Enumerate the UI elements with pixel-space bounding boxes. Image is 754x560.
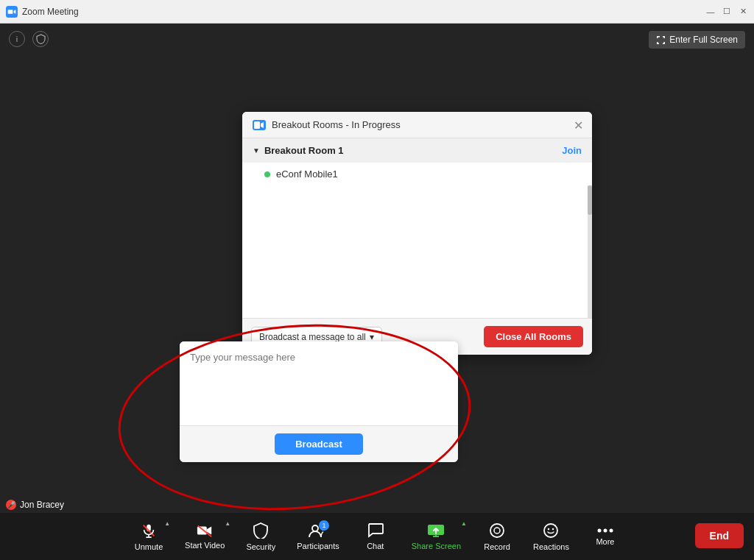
security-label: Security xyxy=(246,542,275,551)
participant-row: eConf Mobile1 xyxy=(242,163,592,185)
more-icon xyxy=(597,528,613,534)
share-screen-button[interactable]: ▲ Share Screen xyxy=(401,513,471,560)
svg-point-8 xyxy=(312,525,318,531)
fullscreen-button[interactable]: Enter Full Screen xyxy=(649,31,745,49)
unmute-label: Unmute xyxy=(135,542,163,551)
broadcast-footer: Broadcast xyxy=(180,425,458,462)
unmute-chevron-icon[interactable]: ▲ xyxy=(164,520,170,527)
svg-point-11 xyxy=(490,524,504,537)
unmute-button[interactable]: ▲ Unmute xyxy=(123,513,175,560)
breakout-title: Breakout Rooms - In Progress xyxy=(272,119,401,130)
broadcast-message-panel: Broadcast xyxy=(180,341,458,462)
svg-rect-1 xyxy=(254,121,260,129)
room-name: Breakout Room 1 xyxy=(264,145,344,156)
end-button[interactable]: End xyxy=(695,523,744,548)
video-chevron-icon[interactable]: ▲ xyxy=(225,520,230,527)
shield-icon[interactable] xyxy=(32,31,49,47)
breakout-panel-header: Breakout Rooms - In Progress ✕ xyxy=(242,112,592,138)
scrollbar-track[interactable] xyxy=(588,185,592,318)
share-screen-chevron-icon[interactable]: ▲ xyxy=(461,520,467,527)
reactions-icon xyxy=(543,522,559,539)
user-mic-muted-icon: 🎤 xyxy=(6,500,16,510)
more-label: More xyxy=(596,537,614,546)
svg-point-18 xyxy=(609,528,613,532)
svg-point-14 xyxy=(548,528,549,529)
fullscreen-icon xyxy=(656,35,666,45)
close-button[interactable]: ✕ xyxy=(738,7,748,17)
start-video-label: Start Video xyxy=(185,541,225,550)
svg-point-12 xyxy=(494,528,500,534)
main-area: i Enter Full Screen Breakout Rooms - In … xyxy=(0,24,754,560)
more-button[interactable]: More xyxy=(579,513,631,560)
chat-button[interactable]: Chat xyxy=(350,513,401,560)
reactions-label: Reactions xyxy=(533,542,569,551)
participant-name: eConf Mobile1 xyxy=(276,169,338,180)
user-name-label: 🎤 Jon Bracey xyxy=(6,500,64,510)
minimize-button[interactable]: — xyxy=(705,7,716,17)
participant-status-dot xyxy=(264,171,270,177)
info-icon[interactable]: i xyxy=(9,31,25,47)
record-button[interactable]: Record xyxy=(471,513,523,560)
svg-point-15 xyxy=(552,528,554,529)
start-video-button[interactable]: ▲ Start Video xyxy=(175,513,235,560)
chat-label: Chat xyxy=(367,542,384,550)
svg-point-16 xyxy=(597,528,601,532)
breakout-content-area xyxy=(242,185,592,318)
app-title: Zoom Meeting xyxy=(22,7,705,17)
breakout-room-row: ▼ Breakout Room 1 Join xyxy=(242,138,592,163)
breakout-room-left: ▼ Breakout Room 1 xyxy=(253,145,344,156)
join-button[interactable]: Join xyxy=(562,145,582,156)
security-shield-icon xyxy=(253,522,268,539)
zoom-logo-icon xyxy=(6,6,18,18)
breakout-zoom-icon xyxy=(253,120,266,130)
record-icon xyxy=(489,522,505,539)
chat-icon xyxy=(367,523,384,538)
reactions-button[interactable]: Reactions xyxy=(523,513,579,560)
participants-button[interactable]: 1 Participants xyxy=(286,513,349,560)
breakout-close-button[interactable]: ✕ xyxy=(574,118,583,132)
svg-rect-6 xyxy=(197,526,207,534)
broadcast-send-button[interactable]: Broadcast xyxy=(275,433,363,455)
participants-badge: 1 xyxy=(319,520,329,531)
toolbar: ▲ Unmute ▲ Start Video Security xyxy=(0,513,754,560)
share-screen-icon xyxy=(427,523,445,538)
top-left-icons: i xyxy=(9,31,49,47)
participants-icon: 1 xyxy=(309,523,328,538)
participants-label: Participants xyxy=(297,542,339,550)
chevron-down-icon: ▼ xyxy=(253,146,260,155)
share-screen-label: Share Screen xyxy=(412,542,461,550)
video-off-icon xyxy=(197,524,213,537)
svg-point-17 xyxy=(603,528,607,532)
breakout-panel: Breakout Rooms - In Progress ✕ ▼ Breakou… xyxy=(242,112,592,355)
security-button[interactable]: Security xyxy=(235,513,286,560)
title-bar: Zoom Meeting — ☐ ✕ xyxy=(0,0,754,24)
mic-muted-icon xyxy=(141,522,157,539)
close-all-rooms-button[interactable]: Close All Rooms xyxy=(484,326,583,347)
record-label: Record xyxy=(484,542,510,551)
window-controls: — ☐ ✕ xyxy=(705,7,748,17)
maximize-button[interactable]: ☐ xyxy=(722,7,732,17)
broadcast-message-input[interactable] xyxy=(180,341,458,422)
scrollbar-thumb[interactable] xyxy=(588,185,592,215)
